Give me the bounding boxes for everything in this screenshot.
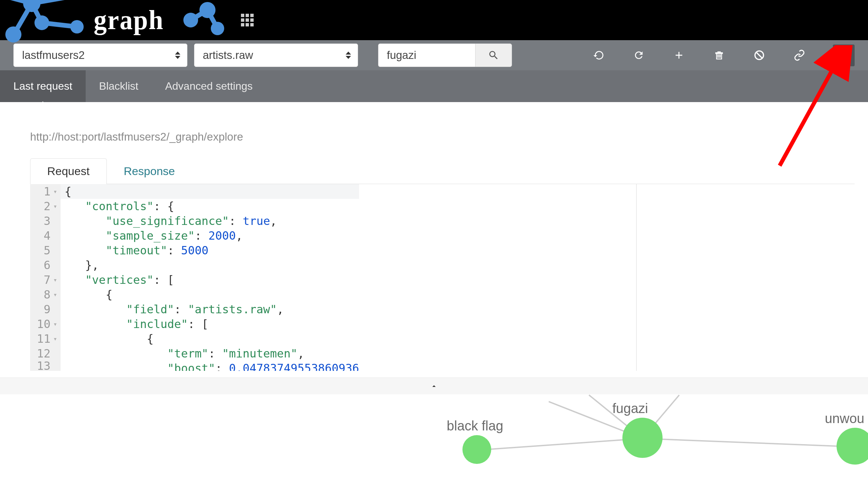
request-response-tabs: Request Response — [30, 158, 868, 184]
chevron-up-icon — [428, 382, 440, 390]
graph-node-label: black flag — [447, 418, 503, 433]
code-line: "term": "minutemen", — [65, 346, 359, 361]
svg-point-9 — [34, 16, 49, 30]
svg-point-8 — [5, 26, 22, 42]
line-number: 13 — [37, 361, 57, 371]
graph-node-label: fugazi — [612, 401, 648, 416]
caret-updown-icon — [175, 52, 180, 59]
line-number: 1▾ — [37, 184, 57, 199]
app-logo: graph — [0, 0, 227, 40]
tab-label: Advanced settings — [165, 80, 253, 92]
tab-label: Last request — [13, 80, 72, 92]
add-button[interactable] — [672, 49, 686, 62]
graph-edge — [477, 438, 643, 451]
svg-point-10 — [70, 20, 84, 33]
graph-edge — [643, 438, 855, 448]
svg-point-13 — [211, 22, 224, 35]
line-gutter: 1▾2▾34567▾8▾910▾11▾1213 — [30, 184, 61, 371]
tab-label: Blacklist — [99, 80, 138, 92]
collapse-bar[interactable] — [0, 377, 868, 394]
tab-label: Response — [124, 165, 175, 177]
code-body[interactable]: { "controls": { "use_significance": true… — [61, 184, 359, 371]
line-number: 10▾ — [37, 317, 57, 331]
undo-icon — [593, 50, 604, 61]
search-group — [378, 43, 512, 67]
line-number: 12 — [37, 346, 57, 361]
tab-request[interactable]: Request — [30, 158, 107, 184]
graph-canvas[interactable]: black flagfugaziunwou — [0, 394, 868, 488]
line-number: 6 — [37, 258, 57, 272]
line-number: 7▾ — [37, 272, 57, 287]
tab-last-request[interactable]: Last request — [0, 70, 86, 102]
top-bar: graph — [0, 0, 868, 40]
search-icon — [488, 50, 499, 61]
undo-button[interactable] — [592, 49, 605, 62]
gear-icon — [839, 50, 849, 61]
apps-grid-icon[interactable] — [241, 14, 254, 26]
redo-icon — [633, 50, 645, 61]
block-button[interactable] — [752, 49, 766, 62]
line-number: 5 — [37, 243, 57, 258]
search-input[interactable] — [378, 43, 475, 67]
svg-line-15 — [756, 53, 762, 58]
code-line: "controls": { — [65, 199, 359, 214]
svg-point-11 — [183, 13, 198, 27]
delete-button[interactable] — [712, 49, 726, 62]
plus-icon — [673, 50, 685, 61]
link-icon — [794, 50, 805, 61]
code-line: "sample_size": 2000, — [65, 228, 359, 243]
code-editor[interactable]: 1▾2▾34567▾8▾910▾11▾1213 { "controls": { … — [30, 184, 855, 371]
code-line: "include": [ — [65, 317, 359, 331]
code-line: }, — [65, 258, 359, 272]
index-select[interactable]: lastfmusers2 — [13, 43, 187, 67]
request-url: http://host:port/lastfmusers2/_graph/exp… — [0, 102, 868, 158]
tab-blacklist[interactable]: Blacklist — [86, 70, 152, 102]
graph-node-label: unwou — [825, 411, 864, 426]
trash-icon — [714, 50, 724, 61]
settings-tab-row: Last request Blacklist Advanced settings — [0, 70, 868, 102]
code-line: "boost": 0.04783749553860936 — [65, 361, 359, 371]
line-number: 4 — [37, 228, 57, 243]
line-number: 8▾ — [37, 287, 57, 302]
svg-point-12 — [199, 2, 216, 18]
line-number: 2▾ — [37, 199, 57, 214]
code-line: { — [65, 331, 359, 346]
redo-button[interactable] — [632, 49, 646, 62]
field-select-value: artists.raw — [203, 49, 253, 62]
code-line: { — [65, 287, 359, 302]
app-name: graph — [94, 4, 164, 36]
page-content: http://host:port/lastfmusers2/_graph/exp… — [0, 102, 868, 488]
field-select[interactable]: artists.raw — [194, 43, 358, 67]
code-line: "use_significance": true, — [65, 214, 359, 228]
toolbar: lastfmusers2 artists.raw — [0, 40, 868, 70]
graph-node[interactable] — [837, 428, 868, 464]
index-select-value: lastfmusers2 — [22, 49, 85, 62]
code-line: { — [65, 184, 359, 199]
line-number: 11▾ — [37, 331, 57, 346]
tab-advanced-settings[interactable]: Advanced settings — [152, 70, 266, 102]
line-number: 3 — [37, 214, 57, 228]
graph-node[interactable] — [462, 435, 491, 464]
code-line: "vertices": [ — [65, 272, 359, 287]
caret-updown-icon — [346, 52, 351, 59]
tab-response[interactable]: Response — [107, 158, 192, 184]
tab-label: Request — [47, 165, 90, 177]
code-line: "field": "artists.raw", — [65, 302, 359, 317]
search-button[interactable] — [475, 43, 512, 67]
code-line: "timeout": 5000 — [65, 243, 359, 258]
line-number: 9 — [37, 302, 57, 317]
graph-node[interactable] — [622, 418, 662, 458]
toolbar-actions — [592, 44, 855, 66]
settings-button[interactable] — [833, 44, 855, 66]
link-button[interactable] — [793, 49, 806, 62]
ban-icon — [753, 50, 765, 61]
